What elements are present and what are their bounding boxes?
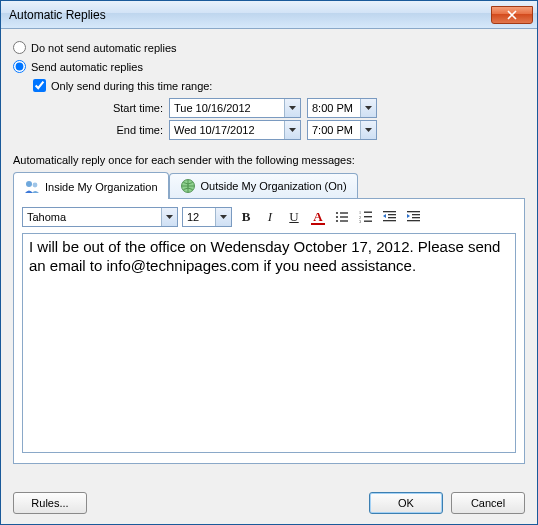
end-time-value: 7:00 PM bbox=[308, 124, 357, 136]
close-icon bbox=[507, 10, 517, 20]
svg-rect-8 bbox=[340, 220, 348, 221]
radio-do-not-send-input[interactable] bbox=[13, 41, 26, 54]
titlebar: Automatic Replies bbox=[1, 1, 537, 29]
italic-button[interactable]: I bbox=[260, 207, 280, 227]
time-range-grid: Start time: Tue 10/16/2012 8:00 PM End t… bbox=[73, 98, 525, 140]
svg-text:3: 3 bbox=[359, 219, 361, 224]
svg-point-7 bbox=[336, 220, 338, 222]
people-inside-icon bbox=[24, 179, 40, 195]
format-toolbar: Tahoma 12 B I U A 123 bbox=[22, 207, 516, 227]
svg-rect-10 bbox=[364, 212, 372, 213]
svg-rect-12 bbox=[364, 216, 372, 217]
indent-icon bbox=[407, 210, 421, 224]
svg-rect-18 bbox=[383, 220, 396, 221]
radio-send[interactable]: Send automatic replies bbox=[13, 60, 525, 73]
end-date-combo[interactable]: Wed 10/17/2012 bbox=[169, 120, 301, 140]
tab-outside-label: Outside My Organization (On) bbox=[201, 180, 347, 192]
radio-send-input[interactable] bbox=[13, 60, 26, 73]
chevron-down-icon bbox=[284, 121, 300, 139]
radio-send-label: Send automatic replies bbox=[31, 61, 143, 73]
svg-rect-4 bbox=[340, 212, 348, 213]
svg-point-3 bbox=[336, 212, 338, 214]
start-date-combo[interactable]: Tue 10/16/2012 bbox=[169, 98, 301, 118]
end-time-label: End time: bbox=[73, 124, 163, 136]
svg-rect-17 bbox=[388, 217, 396, 218]
svg-point-5 bbox=[336, 216, 338, 218]
tab-inside-organization[interactable]: Inside My Organization bbox=[13, 172, 169, 199]
tab-inside-label: Inside My Organization bbox=[45, 181, 158, 193]
start-time-value: 8:00 PM bbox=[308, 102, 357, 114]
svg-rect-14 bbox=[364, 221, 372, 222]
svg-point-0 bbox=[26, 181, 32, 187]
close-button[interactable] bbox=[491, 6, 533, 24]
checkbox-time-range[interactable]: Only send during this time range: bbox=[33, 79, 525, 92]
end-date-value: Wed 10/17/2012 bbox=[170, 124, 259, 136]
people-outside-icon bbox=[180, 178, 196, 194]
svg-rect-20 bbox=[412, 214, 420, 215]
numbered-list-button[interactable]: 123 bbox=[356, 207, 376, 227]
outdent-button[interactable] bbox=[380, 207, 400, 227]
tab-strip: Inside My Organization Outside My Organi… bbox=[13, 172, 525, 198]
cancel-button[interactable]: Cancel bbox=[451, 492, 525, 514]
section-label: Automatically reply once for each sender… bbox=[13, 154, 525, 166]
numbered-list-icon: 123 bbox=[359, 210, 373, 224]
rules-button[interactable]: Rules... bbox=[13, 492, 87, 514]
svg-rect-16 bbox=[388, 214, 396, 215]
bullet-list-icon bbox=[335, 210, 349, 224]
checkbox-time-range-label: Only send during this time range: bbox=[51, 80, 212, 92]
bold-button[interactable]: B bbox=[236, 207, 256, 227]
chevron-down-icon bbox=[284, 99, 300, 117]
bullet-list-button[interactable] bbox=[332, 207, 352, 227]
chevron-down-icon bbox=[360, 121, 376, 139]
svg-rect-21 bbox=[412, 217, 420, 218]
chevron-down-icon bbox=[215, 208, 231, 226]
tab-outside-organization[interactable]: Outside My Organization (On) bbox=[169, 173, 358, 198]
font-name-value: Tahoma bbox=[23, 211, 161, 223]
radio-do-not-send[interactable]: Do not send automatic replies bbox=[13, 41, 525, 54]
font-color-button[interactable]: A bbox=[308, 207, 328, 227]
start-time-combo[interactable]: 8:00 PM bbox=[307, 98, 377, 118]
svg-rect-15 bbox=[383, 211, 396, 212]
font-size-combo[interactable]: 12 bbox=[182, 207, 232, 227]
tab-panel: Tahoma 12 B I U A 123 bbox=[13, 198, 525, 464]
start-date-value: Tue 10/16/2012 bbox=[170, 102, 255, 114]
svg-rect-22 bbox=[407, 220, 420, 221]
end-time-combo[interactable]: 7:00 PM bbox=[307, 120, 377, 140]
indent-button[interactable] bbox=[404, 207, 424, 227]
svg-rect-19 bbox=[407, 211, 420, 212]
svg-point-1 bbox=[33, 183, 38, 188]
font-name-combo[interactable]: Tahoma bbox=[22, 207, 178, 227]
chevron-down-icon bbox=[360, 99, 376, 117]
chevron-down-icon bbox=[161, 208, 177, 226]
window-title: Automatic Replies bbox=[9, 8, 491, 22]
message-editor[interactable] bbox=[22, 233, 516, 453]
svg-rect-6 bbox=[340, 216, 348, 217]
ok-button[interactable]: OK bbox=[369, 492, 443, 514]
radio-do-not-send-label: Do not send automatic replies bbox=[31, 42, 177, 54]
outdent-icon bbox=[383, 210, 397, 224]
dialog-footer: Rules... OK Cancel bbox=[1, 482, 537, 524]
start-time-label: Start time: bbox=[73, 102, 163, 114]
underline-button[interactable]: U bbox=[284, 207, 304, 227]
automatic-replies-dialog: Automatic Replies Do not send automatic … bbox=[0, 0, 538, 525]
font-size-value: 12 bbox=[183, 211, 203, 223]
checkbox-time-range-input[interactable] bbox=[33, 79, 46, 92]
